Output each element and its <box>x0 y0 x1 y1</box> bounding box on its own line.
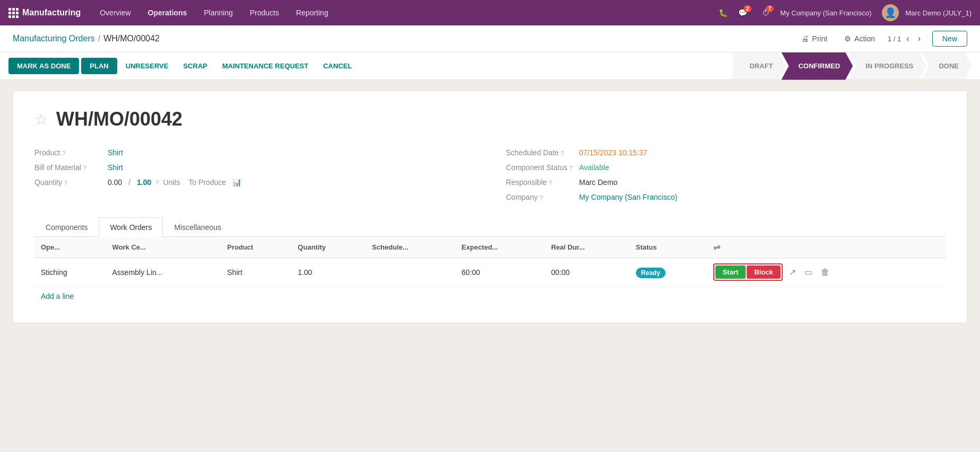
scrap-button[interactable]: SCRAP <box>177 58 214 74</box>
tablet-icon[interactable]: ▭ <box>802 265 815 279</box>
col-actions-header: ⇌ <box>707 237 946 258</box>
field-product: Product ? Shirt <box>34 145 474 160</box>
field-quantity: Quantity ? 0.00 / 1.00 ? Units To Produc… <box>34 175 474 190</box>
record-header: ☆ WH/MO/00042 <box>34 108 946 130</box>
tab-work-orders[interactable]: Work Orders <box>99 217 163 237</box>
avatar[interactable]: 👤 <box>882 4 899 21</box>
bom-help-icon[interactable]: ? <box>83 165 86 171</box>
col-product: Product <box>221 237 291 258</box>
responsible-help-icon[interactable]: ? <box>549 180 552 186</box>
print-icon: 🖨 <box>801 34 809 43</box>
form-card: ☆ WH/MO/00042 Product ? Shirt Bill of Ma… <box>13 91 967 323</box>
favorite-star-icon[interactable]: ☆ <box>34 111 48 128</box>
responsible-value[interactable]: Marc Demo <box>579 178 617 187</box>
action-button[interactable]: ⚙ Action <box>840 32 879 45</box>
form-fields-left: Product ? Shirt Bill of Material ? Shirt… <box>34 145 474 205</box>
col-work-center: Work Ce... <box>106 237 221 258</box>
pipeline-step-draft[interactable]: DRAFT <box>732 52 785 80</box>
field-company: Company ? My Company (San Francisco) <box>506 190 946 205</box>
product-help-icon[interactable]: ? <box>62 150 65 156</box>
field-scheduled-date: Scheduled Date ? 07/15/2023 10:15:37 <box>506 145 946 160</box>
row-operation: Stiching <box>34 258 106 287</box>
bug-icon: 🐛 <box>719 8 728 17</box>
status-badge: Ready <box>636 268 666 278</box>
pipeline-step-confirmed[interactable]: CONFIRMED <box>781 52 853 80</box>
delete-icon[interactable]: 🗑 <box>819 265 832 279</box>
tab-miscellaneous[interactable]: Miscellaneous <box>163 217 232 237</box>
clock-icon-btn[interactable]: ⏱ 7 <box>762 8 769 17</box>
print-button[interactable]: 🖨 Print <box>797 32 832 45</box>
tab-components[interactable]: Components <box>34 217 99 237</box>
add-line-button[interactable]: Add a line <box>34 287 80 306</box>
pagination: 1 / 1 ‹ › <box>888 33 924 45</box>
breadcrumb: Manufacturing Orders / WH/MO/00042 <box>13 34 160 43</box>
block-button[interactable]: Block <box>747 265 780 279</box>
row-action-group: Start Block ↗ ▭ 🗑 <box>713 263 939 281</box>
grid-icon <box>8 8 18 17</box>
col-status: Status <box>629 237 707 258</box>
row-real-dur: 00:00 <box>545 258 629 287</box>
start-button[interactable]: Start <box>715 265 746 279</box>
external-link-icon[interactable]: ↗ <box>787 265 798 279</box>
next-page-button[interactable]: › <box>915 33 924 45</box>
cancel-button[interactable]: CANCEL <box>317 58 358 74</box>
pagination-text: 1 / 1 <box>888 35 901 43</box>
unreserve-button[interactable]: UNRESERVE <box>119 58 175 74</box>
breadcrumb-current: WH/MO/00042 <box>103 34 160 43</box>
brand[interactable]: Manufacturing <box>8 8 81 17</box>
table-row: Stiching Assembly Lin... Shirt 1.00 60:0… <box>34 258 946 287</box>
pipeline-step-in-progress[interactable]: IN PROGRESS <box>848 52 926 80</box>
form-fields-right: Scheduled Date ? 07/15/2023 10:15:37 Com… <box>506 145 946 205</box>
product-value[interactable]: Shirt <box>108 148 123 157</box>
scheduled-date-help-icon[interactable]: ? <box>561 150 564 156</box>
tabs-bar: Components Work Orders Miscellaneous <box>34 217 946 237</box>
new-button[interactable]: New <box>932 31 967 47</box>
bug-icon-btn[interactable]: 🐛 <box>719 8 728 17</box>
col-operation: Ope... <box>34 237 106 258</box>
nav-overview[interactable]: Overview <box>93 5 137 20</box>
qty-help-icon[interactable]: ? <box>64 180 67 186</box>
row-product: Shirt <box>221 258 291 287</box>
chart-icon[interactable]: 📊 <box>232 178 241 187</box>
row-schedule <box>365 258 455 287</box>
scheduled-date-value[interactable]: 07/15/2023 10:15:37 <box>579 148 647 157</box>
col-real-dur: Real Dur... <box>545 237 629 258</box>
status-toolbar: MARK AS DONE PLAN UNRESERVE SCRAP MAINTE… <box>0 52 980 80</box>
col-quantity: Quantity <box>292 237 366 258</box>
qty-target-help-icon[interactable]: ? <box>155 180 159 186</box>
nav-planning[interactable]: Planning <box>197 5 239 20</box>
nav-products[interactable]: Products <box>243 5 285 20</box>
clock-badge: 7 <box>766 5 774 12</box>
company-value[interactable]: My Company (San Francisco) <box>579 193 677 201</box>
row-quantity: 1.00 <box>292 258 366 287</box>
field-component-status: Component Status ? Available <box>506 160 946 175</box>
row-work-center: Assembly Lin... <box>106 258 221 287</box>
qty-to-produce-label: To Produce <box>188 178 226 187</box>
field-bill-of-material: Bill of Material ? Shirt <box>34 160 474 175</box>
qty-target-value[interactable]: 1.00 <box>137 178 151 187</box>
work-orders-table: Ope... Work Ce... Product Quantity Sched… <box>34 237 946 287</box>
form-fields-grid: Product ? Shirt Bill of Material ? Shirt… <box>34 145 946 205</box>
plan-button[interactable]: PLAN <box>81 58 117 74</box>
start-block-group: Start Block <box>713 263 783 281</box>
qty-done-value[interactable]: 0.00 <box>108 178 122 187</box>
record-title: WH/MO/00042 <box>56 108 182 130</box>
field-responsible: Responsible ? Marc Demo <box>506 175 946 190</box>
mark-as-done-button[interactable]: MARK AS DONE <box>8 58 79 74</box>
main-content: ☆ WH/MO/00042 Product ? Shirt Bill of Ma… <box>0 80 980 334</box>
nav-reporting[interactable]: Reporting <box>290 5 335 20</box>
app-name: Manufacturing <box>22 8 81 17</box>
col-expected: Expected... <box>455 237 545 258</box>
pipeline-step-done[interactable]: DONE <box>922 52 972 80</box>
component-status-help-icon[interactable]: ? <box>570 165 573 171</box>
chat-icon-btn[interactable]: 💬 2 <box>738 8 747 17</box>
nav-operations[interactable]: Operations <box>142 5 194 20</box>
maintenance-request-button[interactable]: MAINTENANCE REQUEST <box>216 58 315 74</box>
company-help-icon[interactable]: ? <box>540 194 543 201</box>
breadcrumb-parent[interactable]: Manufacturing Orders <box>13 34 95 43</box>
user-name: Marc Demo (JULY_1) <box>905 9 972 17</box>
column-adjust-icon[interactable]: ⇌ <box>713 243 720 252</box>
prev-page-button[interactable]: ‹ <box>903 33 912 45</box>
gear-icon: ⚙ <box>844 34 851 43</box>
bill-of-material-value[interactable]: Shirt <box>108 163 123 172</box>
